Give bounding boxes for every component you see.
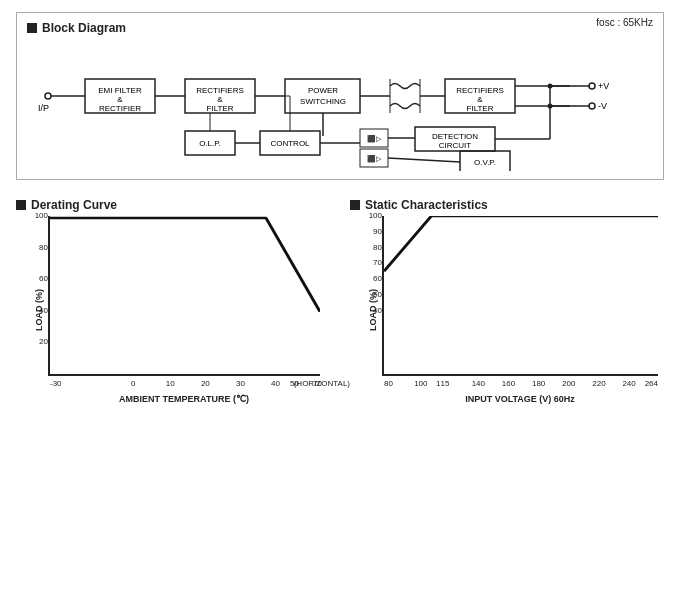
svg-rect-13	[285, 79, 360, 113]
derating-icon	[16, 200, 26, 210]
static-y-tick-60: 60	[373, 274, 384, 283]
block-diagram-section: Block Diagram fosc : 65KHz I/P EMI FILTE…	[16, 12, 664, 180]
static-x-tick-140: 140	[472, 379, 485, 388]
static-char-title: Static Characteristics	[365, 198, 488, 212]
svg-text:RECTIFIERS: RECTIFIERS	[196, 86, 244, 95]
static-y-tick-80: 80	[373, 243, 384, 252]
static-x-tick-220: 220	[592, 379, 605, 388]
svg-point-0	[45, 93, 51, 99]
bottom-row: Derating Curve LOAD (%) 20 40 60 80 100	[16, 198, 664, 404]
static-x-tick-80: 80	[384, 379, 393, 388]
block-diagram-canvas: I/P EMI FILTER & RECTIFIER RECTIFIERS & …	[27, 41, 653, 171]
svg-text:O.V.P.: O.V.P.	[474, 158, 496, 167]
derating-y-tick-100: 100	[35, 211, 50, 220]
svg-text:SWITCHING: SWITCHING	[300, 97, 346, 106]
derating-curve-section: Derating Curve LOAD (%) 20 40 60 80 100	[16, 198, 330, 404]
derating-x-tick-horizontal: (HORIZONTAL)	[294, 379, 350, 388]
static-char-header: Static Characteristics	[350, 198, 664, 212]
derating-x-tick-0: 0	[131, 379, 135, 388]
svg-text:I/P: I/P	[38, 103, 49, 113]
static-y-tick-90: 90	[373, 227, 384, 236]
static-x-tick-264: 264	[645, 379, 658, 388]
static-y-tick-100: 100	[369, 211, 384, 220]
static-x-tick-160: 160	[502, 379, 515, 388]
derating-x-axis-label: AMBIENT TEMPERATURE (℃)	[48, 394, 320, 404]
derating-y-tick-80: 80	[39, 243, 50, 252]
block-diagram-icon	[27, 23, 37, 33]
static-x-tick-200: 200	[562, 379, 575, 388]
derating-x-tick-10: 10	[166, 379, 175, 388]
svg-text:O.L.P.: O.L.P.	[199, 139, 221, 148]
static-y-tick-40: 40	[373, 306, 384, 315]
svg-text:&: &	[477, 95, 483, 104]
static-x-tick-240: 240	[622, 379, 635, 388]
static-char-svg	[384, 216, 658, 374]
svg-text:EMI FILTER: EMI FILTER	[98, 86, 142, 95]
svg-text:CIRCUIT: CIRCUIT	[439, 141, 472, 150]
fosc-label: fosc : 65KHz	[596, 17, 653, 28]
derating-title: Derating Curve	[31, 198, 117, 212]
static-x-tick-115: 115	[436, 379, 449, 388]
svg-line-53	[388, 158, 460, 162]
static-y-tick-70: 70	[373, 258, 384, 267]
static-y-tick-50: 50	[373, 290, 384, 299]
svg-text:FILTER: FILTER	[467, 104, 494, 113]
derating-y-tick-60: 60	[39, 274, 50, 283]
static-x-tick-180: 180	[532, 379, 545, 388]
derating-y-tick-40: 40	[39, 306, 50, 315]
static-chart-area: 40 50 60 70 80 90 100	[382, 216, 658, 376]
svg-text:DETECTION: DETECTION	[432, 132, 478, 141]
static-chart-wrapper: LOAD (%) 40 50 60 70 80 90 100	[382, 216, 658, 404]
derating-chart-area: 20 40 60 80 100 -30	[48, 216, 320, 376]
svg-text:RECTIFIERS: RECTIFIERS	[456, 86, 504, 95]
svg-text:&: &	[117, 95, 123, 104]
static-x-tick-100: 100	[414, 379, 427, 388]
derating-curve-svg	[50, 216, 320, 374]
block-diagram-header: Block Diagram	[27, 21, 653, 35]
svg-text:FILTER: FILTER	[207, 104, 234, 113]
svg-text:⬛▷: ⬛▷	[367, 134, 382, 143]
derating-curve-header: Derating Curve	[16, 198, 330, 212]
derating-x-tick-minus30: -30	[50, 379, 62, 388]
block-diagram-svg: I/P EMI FILTER & RECTIFIER RECTIFIERS & …	[27, 41, 653, 171]
svg-text:-V: -V	[598, 101, 607, 111]
derating-x-tick-40: 40	[271, 379, 280, 388]
block-diagram-title: Block Diagram	[42, 21, 126, 35]
derating-chart-wrapper: LOAD (%) 20 40 60 80 100	[48, 216, 320, 404]
static-characteristics-section: Static Characteristics LOAD (%) 40 50 60…	[350, 198, 664, 404]
derating-y-tick-20: 20	[39, 337, 50, 346]
svg-text:CONTROL: CONTROL	[270, 139, 310, 148]
static-x-axis-label: INPUT VOLTAGE (V) 60Hz	[382, 394, 658, 404]
svg-text:POWER: POWER	[308, 86, 338, 95]
svg-text:+V: +V	[598, 81, 609, 91]
svg-text:⬛▷: ⬛▷	[367, 154, 382, 163]
svg-text:&: &	[217, 95, 223, 104]
static-char-icon	[350, 200, 360, 210]
derating-x-tick-20: 20	[201, 379, 210, 388]
svg-text:RECTIFIER: RECTIFIER	[99, 104, 141, 113]
derating-x-tick-30: 30	[236, 379, 245, 388]
page: Block Diagram fosc : 65KHz I/P EMI FILTE…	[0, 0, 680, 591]
